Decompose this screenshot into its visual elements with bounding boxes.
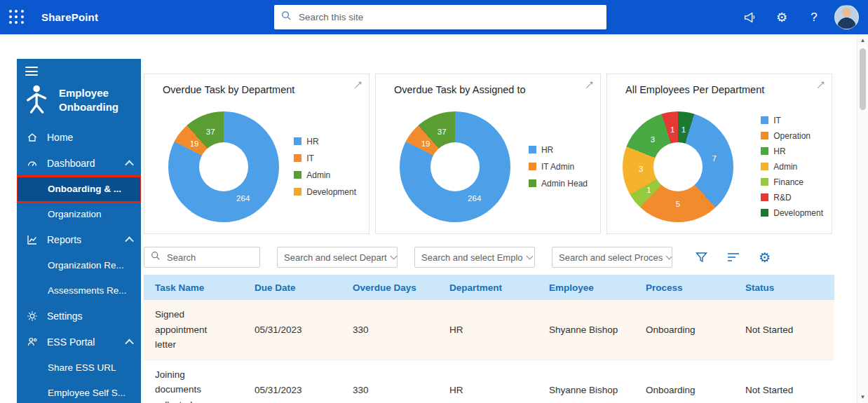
- dropdown-placeholder: Search and select Depart: [284, 252, 387, 263]
- cell-employee: Shyanne Bishop: [549, 385, 646, 395]
- sidebar-item-reports[interactable]: Reports: [17, 227, 141, 253]
- main-content: Overdue Task by Department2641937HRITAdm…: [144, 34, 838, 403]
- chevron-down-icon: [390, 253, 397, 260]
- home-icon: [27, 132, 39, 143]
- sidebar-item-dashboard[interactable]: Dashboard: [17, 151, 141, 177]
- column-header-process[interactable]: Process: [646, 282, 745, 293]
- legend-swatch: [761, 193, 768, 201]
- department-filter-dropdown[interactable]: Search and select Depart: [277, 247, 398, 268]
- legend-swatch: [761, 132, 768, 139]
- chart-body: 1751331ITOperationHRAdminFinanceR&DDevel…: [607, 100, 832, 233]
- chevron-up-icon: [125, 160, 134, 169]
- settings-gear-icon[interactable]: ⚙: [759, 250, 771, 266]
- sidebar-item-employee-self-s[interactable]: Employee Self S...: [17, 381, 141, 403]
- legend-swatch: [529, 163, 536, 170]
- legend-swatch: [761, 116, 768, 124]
- sidebar-item-label: Employee Self S...: [48, 388, 126, 398]
- column-header-due-date[interactable]: Due Date: [255, 282, 353, 293]
- scroll-up-icon[interactable]: ▲: [857, 37, 868, 43]
- legend-swatch: [529, 146, 536, 153]
- sidebar-item-settings[interactable]: Settings: [17, 303, 141, 329]
- legend-item: IT: [761, 116, 823, 125]
- legend-label: IT Admin: [541, 162, 574, 172]
- site-search[interactable]: [274, 5, 606, 29]
- cell-employee: Shyanne Bishop: [549, 325, 646, 335]
- cell-process: Onboarding: [646, 325, 745, 335]
- avatar[interactable]: [834, 5, 859, 29]
- sidebar-item-home[interactable]: Home: [17, 125, 141, 151]
- chart-card-overdue-task-by-assigned-to: Overdue Task by Assigned to2641937HRIT A…: [375, 74, 601, 234]
- megaphone-icon[interactable]: [733, 0, 766, 34]
- chart-card-overdue-task-by-department: Overdue Task by Department2641937HRITAdm…: [144, 74, 369, 234]
- cell-due-date: 05/31/2023: [255, 385, 353, 395]
- column-header-department[interactable]: Department: [449, 282, 549, 293]
- app-launcher-icon[interactable]: [9, 10, 25, 25]
- cell-department: HR: [449, 325, 549, 335]
- help-icon[interactable]: ?: [798, 0, 830, 34]
- gear-icon[interactable]: ⚙: [766, 0, 798, 34]
- legend-label: Development: [773, 208, 823, 218]
- vertical-scrollbar[interactable]: ▲ ▼: [857, 34, 868, 403]
- legend-label: Finance: [773, 177, 803, 187]
- segment-value-label: 3: [651, 135, 655, 144]
- sidebar-item-organization[interactable]: Organization: [17, 202, 141, 227]
- app-logo-row: Employee Onboarding: [17, 78, 141, 125]
- legend-item: R&D: [761, 193, 823, 203]
- search-icon: [281, 11, 292, 24]
- sidebar-item-label: Assessments Re...: [48, 285, 127, 296]
- sidebar-item-organization-re[interactable]: Organization Re...: [17, 253, 141, 278]
- expand-icon[interactable]: [353, 80, 362, 93]
- sidebar-item-label: Organization Re...: [48, 260, 124, 271]
- chart-legend: ITOperationHRAdminFinanceR&DDevelopment: [761, 116, 823, 218]
- legend-swatch: [529, 179, 536, 187]
- sidebar-item-assessments-re[interactable]: Assessments Re...: [17, 278, 141, 303]
- column-header-overdue-days[interactable]: Overdue Days: [353, 282, 449, 293]
- column-header-task-name[interactable]: Task Name: [155, 282, 255, 293]
- chevron-down-icon: [666, 253, 672, 260]
- sidebar-item-onboarding[interactable]: Onboarding & ...: [17, 177, 141, 202]
- dropdown-placeholder: Search and select Proces: [559, 252, 663, 263]
- legend-label: IT: [773, 116, 781, 125]
- reports-icon: [27, 234, 39, 245]
- process-filter-dropdown[interactable]: Search and select Proces: [552, 247, 672, 268]
- legend-label: Operation: [773, 131, 811, 141]
- table-row[interactable]: Signed appointment letter05/31/2023330HR…: [144, 300, 834, 360]
- donut-hole: [653, 142, 703, 191]
- donut-chart: 2641937: [400, 111, 510, 222]
- expand-icon[interactable]: [816, 80, 825, 93]
- table-search[interactable]: [144, 247, 260, 268]
- hamburger-menu-icon[interactable]: [25, 67, 38, 76]
- legend-item: HR: [529, 145, 588, 155]
- site-search-input[interactable]: [297, 11, 599, 23]
- brand-label[interactable]: SharePoint: [41, 11, 98, 23]
- legend-item: Admin: [294, 170, 356, 180]
- cell-overdue-days: 330: [353, 325, 449, 335]
- legend-item: Admin: [761, 162, 823, 172]
- sidebar-item-share-ess-url[interactable]: Share ESS URL: [17, 355, 141, 381]
- chart-title: Overdue Task by Department: [163, 84, 294, 95]
- donut-hole: [430, 142, 480, 191]
- scroll-down-icon[interactable]: ▼: [857, 394, 868, 400]
- segment-value-label: 7: [712, 154, 716, 163]
- column-header-employee[interactable]: Employee: [549, 282, 646, 293]
- legend-label: IT: [306, 153, 314, 163]
- segment-value-label: 19: [421, 139, 430, 148]
- table-row[interactable]: Joining documents collected05/31/2023330…: [144, 360, 834, 403]
- employee-onboarding-logo-icon: [22, 83, 55, 118]
- filter-icon[interactable]: [695, 251, 708, 264]
- sort-lines-icon[interactable]: [727, 252, 740, 262]
- segment-value-label: 264: [236, 194, 250, 203]
- tasks-table: Task NameDue DateOverdue DaysDepartmentE…: [144, 275, 834, 403]
- segment-value-label: 1: [670, 125, 674, 134]
- sidebar-item-ess-portal[interactable]: ESS Portal: [17, 329, 141, 355]
- column-header-status[interactable]: Status: [745, 282, 834, 293]
- sidebar-item-label: Settings: [47, 310, 83, 322]
- ess-icon: [27, 336, 39, 348]
- chevron-down-icon: [526, 253, 533, 260]
- scrollbar-thumb[interactable]: [860, 48, 866, 110]
- employee-filter-dropdown[interactable]: Search and select Emplo: [414, 247, 535, 268]
- table-search-input[interactable]: [165, 252, 253, 264]
- expand-icon[interactable]: [585, 80, 594, 93]
- legend-label: R&D: [773, 193, 791, 203]
- suite-bar-actions: ⚙ ?: [733, 0, 868, 34]
